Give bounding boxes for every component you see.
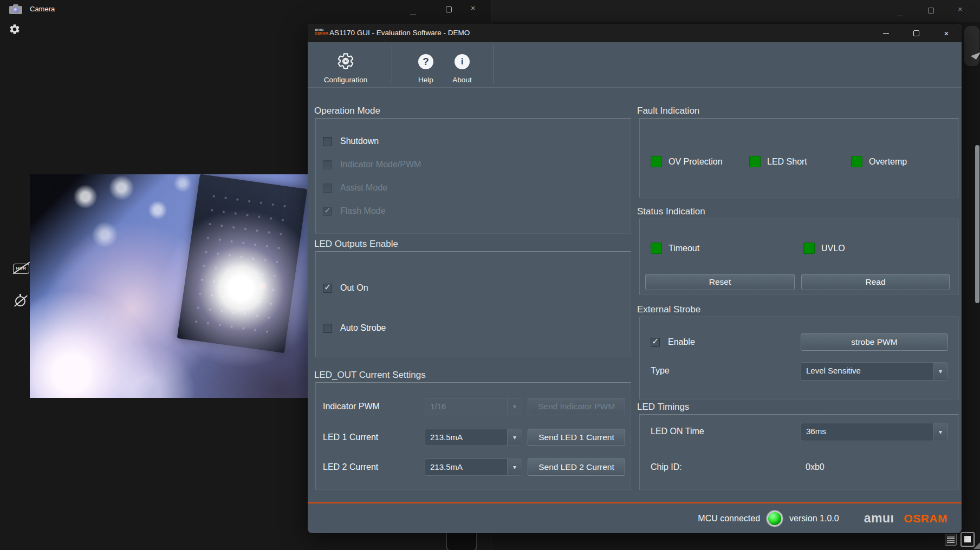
as1170-close-button[interactable]: × <box>934 24 959 42</box>
timeout-led <box>651 243 662 254</box>
resize-grip[interactable] <box>973 541 980 549</box>
list-view-icon[interactable] <box>945 534 957 546</box>
send-indicator-pwm-button: Send Indicator PWM <box>528 398 625 415</box>
background-close-button[interactable]: × <box>958 4 963 14</box>
mcu-status-led <box>767 510 783 527</box>
indicator-pwm-label: Indicator PWM <box>323 402 380 411</box>
operation-mode-heading: Operation Mode <box>314 106 380 116</box>
ams-logo: amuı <box>864 511 894 526</box>
toolbar-help-button[interactable]: ? Help <box>411 42 441 88</box>
background-window-titlebar <box>491 0 980 22</box>
gear-icon <box>336 52 355 73</box>
strobe-pwm-button[interactable]: strobe PWM <box>801 333 948 351</box>
led-on-time-combo[interactable]: 36ms ▾ <box>801 423 948 441</box>
toolbar-separator <box>494 45 494 84</box>
send-led2-current-button[interactable]: Send LED 2 Current <box>528 459 625 476</box>
checkbox-box: ✓ <box>323 207 332 216</box>
toolbar-separator <box>392 45 392 84</box>
chip-id-label: Chip ID: <box>651 462 682 472</box>
led2-current-combo[interactable]: 213.5mA ▾ <box>425 459 522 476</box>
strobe-type-combo[interactable]: Level Sensitive ▾ <box>801 362 948 381</box>
checkbox-assist-mode: ✓ Assist Mode <box>323 182 387 194</box>
type-label: Type <box>651 366 670 376</box>
led-outputs-group: ✓ Out On ✓ Auto Strobe <box>315 251 631 357</box>
overtemp-label: Overtemp <box>869 157 907 167</box>
led-on-time-label: LED ON Time <box>651 427 704 436</box>
led1-current-label: LED 1 Current <box>323 433 378 442</box>
checkbox-box: ✓ <box>323 284 332 293</box>
chevron-down-icon[interactable]: ▾ <box>933 363 947 380</box>
as1170-titlebar: amu OSRAM AS1170 GUI - Evaluation Softwa… <box>308 24 962 42</box>
led-timings-heading: LED Timings <box>637 402 689 413</box>
external-strobe-group: ✓ Enable strobe PWM Type Level Sensitive… <box>639 317 959 400</box>
as1170-gui-window: amu OSRAM AS1170 GUI - Evaluation Softwa… <box>308 24 962 533</box>
scrollbar-thumb[interactable] <box>975 145 979 303</box>
current-settings-group: Indicator PWM 1/16 ▾ Send Indicator PWM … <box>315 382 631 490</box>
hdr-off-icon[interactable]: HDR <box>13 263 31 276</box>
camera-window-title: Camera <box>30 5 55 13</box>
read-button[interactable]: Read <box>801 274 950 290</box>
camera-settings-gear-icon[interactable] <box>9 23 21 35</box>
led-timings-group: LED ON Time 36ms ▾ Chip ID: 0xb0 <box>639 414 959 490</box>
timer-off-icon[interactable] <box>14 294 28 308</box>
mcu-connected-label: MCU connected <box>698 514 760 523</box>
chevron-down-icon: ▾ <box>507 398 522 415</box>
camera-maximize-button[interactable] <box>446 6 452 14</box>
ov-protection-led <box>651 156 662 167</box>
overtemp-led <box>851 156 862 167</box>
edge-panel-button[interactable] <box>964 26 979 66</box>
checkbox-out-on[interactable]: ✓ Out On <box>323 282 368 294</box>
ams-osram-app-icon: amu OSRAM <box>315 28 327 38</box>
checkbox-indicator-mode-pwm: ✓ Indicator Mode/PWM <box>323 159 421 171</box>
window-view-icon[interactable] <box>960 532 975 547</box>
checkbox-enable-strobe[interactable]: ✓ Enable <box>651 336 695 348</box>
toolbar-about-button[interactable]: i About <box>447 42 477 88</box>
chevron-down-icon[interactable]: ▾ <box>507 429 522 446</box>
led2-current-label: LED 2 Current <box>323 462 378 472</box>
chevron-down-icon[interactable]: ▾ <box>933 423 947 441</box>
camera-minimize-button[interactable] <box>410 9 416 16</box>
toolbar-configuration-button[interactable]: Configuration <box>316 42 375 88</box>
external-strobe-heading: External Strobe <box>637 304 700 315</box>
fault-indication-group: OV Protection LED Short Overtemp <box>639 118 959 198</box>
app-statusbar: MCU connected version 1.0.0 amuı OSRAM <box>308 502 962 533</box>
as1170-minimize-button[interactable] <box>873 24 898 42</box>
operation-mode-group: ✓ Shutdown ✓ Indicator Mode/PWM ✓ Assist… <box>315 118 631 234</box>
as1170-window-title: AS1170 GUI - Evaluation Software - DEMO <box>329 29 470 37</box>
status-indication-heading: Status Indication <box>637 206 705 217</box>
camera-close-button[interactable]: × <box>471 4 475 12</box>
checkbox-box: ✓ <box>323 184 332 193</box>
background-minimize-button[interactable] <box>897 9 903 18</box>
chip-id-value: 0xb0 <box>806 462 825 472</box>
reset-button[interactable]: Reset <box>645 274 795 290</box>
checkbox-auto-strobe[interactable]: ✓ Auto Strobe <box>323 322 386 334</box>
ov-protection-label: OV Protection <box>669 157 723 167</box>
uvlo-led <box>803 243 815 254</box>
checkbox-box: ✓ <box>323 324 332 333</box>
current-settings-heading: LED_OUT Current Settings <box>314 370 426 381</box>
checkbox-shutdown[interactable]: ✓ Shutdown <box>323 135 379 147</box>
background-maximize-button[interactable] <box>928 6 934 16</box>
status-indication-group: Timeout UVLO Reset Read <box>639 219 959 295</box>
fault-indication-heading: Fault Indication <box>637 106 699 116</box>
camera-preview <box>30 174 308 398</box>
uvlo-label: UVLO <box>821 244 845 253</box>
info-icon: i <box>455 54 470 69</box>
led-short-label: LED Short <box>767 157 807 167</box>
checkbox-box: ✓ <box>651 338 660 347</box>
as1170-maximize-button[interactable] <box>904 24 929 42</box>
osram-logo: OSRAM <box>904 512 947 525</box>
led-short-led <box>749 156 761 167</box>
send-led1-current-button[interactable]: Send LED 1 Current <box>528 429 625 446</box>
led-outputs-heading: LED Outputs Enable <box>314 239 398 250</box>
help-icon: ? <box>418 54 433 69</box>
circuit-board-in-preview <box>177 174 308 353</box>
toolbar: Configuration ? Help i About <box>308 42 962 88</box>
checkbox-box: ✓ <box>323 160 332 169</box>
led1-current-combo[interactable]: 213.5mA ▾ <box>425 429 522 446</box>
checkbox-flash-mode: ✓ Flash Mode <box>323 205 386 217</box>
timeout-label: Timeout <box>669 244 699 253</box>
checkbox-box: ✓ <box>323 137 332 146</box>
version-label: version 1.0.0 <box>789 514 839 523</box>
chevron-down-icon[interactable]: ▾ <box>507 459 522 475</box>
